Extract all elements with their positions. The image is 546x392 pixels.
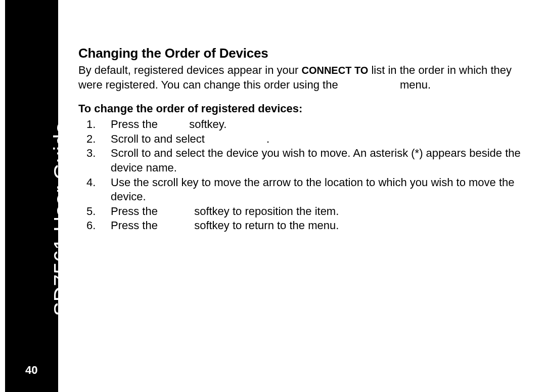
step-item: Press the softkey to return to the menu. — [78, 219, 523, 233]
step-item: Press the softkey. — [78, 117, 523, 132]
subheading: To change the order of registered device… — [78, 102, 523, 115]
section-heading: Changing the Order of Devices — [78, 46, 523, 61]
guide-title: SD7561 User Guide — [50, 122, 74, 316]
sidebar: SD7561 User Guide 40 — [5, 0, 58, 392]
step-text-pre: Scroll to and select the device you wish… — [111, 147, 521, 174]
steps-list: Press the softkey. Scroll to and select … — [78, 117, 523, 233]
intro-paragraph: By default, registered devices appear in… — [78, 63, 523, 92]
step-item: Use the scroll key to move the arrow to … — [78, 176, 523, 204]
step-text-pre: Use the scroll key to move the arrow to … — [111, 176, 515, 203]
step-text-post: softkey. — [186, 118, 226, 130]
step-text-post: softkey to reposition the item. — [191, 205, 339, 217]
step-item: Scroll to and select . — [78, 132, 523, 147]
intro-text-prefix: By default, registered devices appear in… — [78, 64, 301, 76]
step-item: Press the softkey to reposition the item… — [78, 204, 523, 219]
page-number: 40 — [25, 364, 37, 377]
step-text-pre: Press the — [111, 118, 161, 130]
step-text-post: . — [263, 133, 269, 145]
step-text-pre: Press the — [111, 219, 161, 232]
step-text-post: softkey to return to the menu. — [191, 219, 339, 232]
step-text-pre: Scroll to and select — [111, 133, 208, 145]
step-item: Scroll to and select the device you wish… — [78, 146, 523, 175]
page: SD7561 User Guide 40 Changing the Order … — [0, 0, 546, 392]
intro-text-suffix: menu. — [397, 78, 431, 91]
intro-bold: CONNECT TO — [301, 65, 368, 76]
content-area: Changing the Order of Devices By default… — [78, 46, 523, 233]
step-text-pre: Press the — [111, 205, 161, 217]
